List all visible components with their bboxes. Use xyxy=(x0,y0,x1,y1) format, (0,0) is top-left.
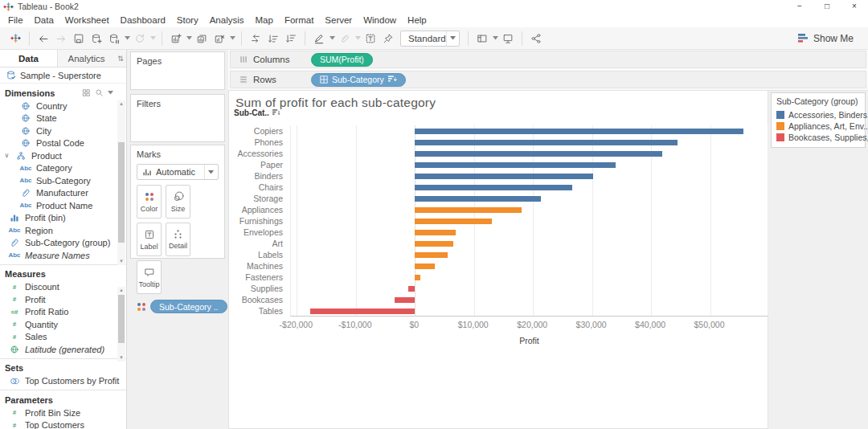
field-profit-ratio[interactable]: =#Profit Ratio xyxy=(0,306,126,319)
presentation-mode-icon[interactable] xyxy=(499,30,517,47)
save-icon[interactable] xyxy=(70,30,88,47)
category-label-accessories[interactable]: Accessories xyxy=(230,148,287,159)
category-label-supplies[interactable]: Supplies xyxy=(230,283,287,294)
tab-analytics[interactable]: Analytics xyxy=(57,50,115,67)
category-label-phones[interactable]: Phones xyxy=(230,137,287,148)
bar-chairs[interactable] xyxy=(415,185,571,190)
legend-entry[interactable]: Accessories, Binders.. xyxy=(776,109,865,121)
color-button[interactable]: Color xyxy=(137,185,162,219)
datasource-row[interactable]: Sample - Superstore xyxy=(0,67,126,84)
clear-sheet-icon[interactable] xyxy=(211,30,228,47)
bar-furnishings[interactable] xyxy=(415,219,492,224)
field-postal-code[interactable]: Postal Code xyxy=(0,137,126,150)
field-discount[interactable]: #Discount xyxy=(0,281,126,294)
tooltip-button[interactable]: Tooltip xyxy=(137,260,162,294)
fit-selector-caret-icon[interactable] xyxy=(446,31,459,46)
field-category[interactable]: AbcCategory xyxy=(0,162,126,175)
field-top-customers-by-profit[interactable]: Top Customers by Profit xyxy=(0,375,126,388)
field-profit-bin-size[interactable]: #Profit Bin Size xyxy=(0,407,126,419)
clear-sheet-caret-icon[interactable] xyxy=(228,36,236,40)
menu-item-window[interactable]: Window xyxy=(358,13,402,27)
field-sales[interactable]: #Sales xyxy=(0,331,126,344)
field-state[interactable]: State xyxy=(0,112,126,125)
rows-shelf[interactable]: Rows Sub-Category xyxy=(230,71,866,88)
category-label-chairs[interactable]: Chairs xyxy=(230,182,287,193)
search-fields-icon[interactable] xyxy=(95,88,104,97)
field-city[interactable]: City xyxy=(0,125,126,137)
filters-card[interactable]: Filters xyxy=(130,94,225,142)
field-sub-category[interactable]: AbcSub-Category xyxy=(0,174,126,187)
bar-labels[interactable] xyxy=(415,252,448,258)
field-product[interactable]: ∨Product xyxy=(0,149,126,162)
bar-binders[interactable] xyxy=(415,174,593,179)
legend-entry[interactable]: Appliances, Art, Env.. xyxy=(776,121,865,132)
field-region[interactable]: AbcRegion xyxy=(0,224,126,237)
bar-phones[interactable] xyxy=(415,140,678,145)
add-datasource-icon[interactable] xyxy=(88,30,105,47)
pause-updates-icon[interactable] xyxy=(105,30,123,47)
bar-appliances[interactable] xyxy=(415,207,522,213)
field-measure-names[interactable]: AbcMeasure Names xyxy=(0,249,126,262)
show-hide-cards-icon[interactable] xyxy=(473,30,491,47)
dimensions-scrollbar[interactable]: ▲ ▼ xyxy=(117,100,125,265)
expand-caret-icon[interactable]: ∨ xyxy=(3,152,10,159)
row-field-header[interactable]: Sub-Cat.. xyxy=(234,108,280,117)
label-button[interactable]: Label xyxy=(137,223,162,256)
columns-pill-sum-profit[interactable]: SUM(Profit) xyxy=(311,53,373,67)
category-label-copiers[interactable]: Copiers xyxy=(230,125,287,137)
menu-item-map[interactable]: Map xyxy=(250,13,279,27)
category-label-bookcases[interactable]: Bookcases xyxy=(230,294,287,305)
menu-item-dashboard[interactable]: Dashboard xyxy=(115,13,171,27)
menu-item-data[interactable]: Data xyxy=(29,13,59,27)
pages-card[interactable]: Pages xyxy=(130,51,225,90)
bar-art[interactable] xyxy=(415,241,453,247)
menu-item-server[interactable]: Server xyxy=(319,13,358,27)
mark-type-select[interactable]: Automatic xyxy=(137,164,219,180)
bar-storage[interactable] xyxy=(415,196,540,202)
color-legend-card[interactable]: Sub-Category (group) Accessories, Binder… xyxy=(771,92,866,148)
field-profit[interactable]: #Profit xyxy=(0,293,126,306)
show-mark-labels-icon[interactable] xyxy=(362,30,379,47)
fix-axes-icon[interactable] xyxy=(379,30,397,47)
sort-ascending-icon[interactable] xyxy=(264,30,282,47)
new-worksheet-caret-icon[interactable] xyxy=(185,36,193,40)
marks-pill[interactable]: Sub-Category .. xyxy=(150,300,227,313)
refresh-icon[interactable] xyxy=(131,30,149,47)
tableau-home-icon[interactable] xyxy=(6,30,24,47)
new-worksheet-icon[interactable] xyxy=(167,30,185,47)
rows-pill-sub-category[interactable]: Sub-Category xyxy=(311,73,406,87)
menu-item-format[interactable]: Format xyxy=(279,13,319,27)
bar-fasteners[interactable] xyxy=(415,275,420,280)
redo-icon[interactable] xyxy=(52,30,70,47)
category-label-tables[interactable]: Tables xyxy=(230,305,287,317)
close-button[interactable]: × xyxy=(841,0,868,13)
field-sub-category-group-[interactable]: Sub-Category (group) xyxy=(0,237,126,250)
category-label-art[interactable]: Art xyxy=(230,238,287,249)
maximize-button[interactable]: □ xyxy=(813,0,841,13)
category-label-binders[interactable]: Binders xyxy=(230,170,287,182)
category-label-storage[interactable]: Storage xyxy=(230,193,287,204)
show-hide-cards-caret-icon[interactable] xyxy=(491,36,499,40)
duplicate-sheet-icon[interactable] xyxy=(193,30,211,47)
fields-menu-caret-icon[interactable] xyxy=(108,91,113,95)
bar-paper[interactable] xyxy=(415,162,616,168)
field-profit-bin-[interactable]: Profit (bin) xyxy=(0,212,126,225)
header-sort-descending-icon[interactable] xyxy=(272,109,280,116)
group-members-caret-icon[interactable] xyxy=(354,36,362,40)
fit-selector[interactable]: Standard xyxy=(400,31,460,47)
field-manufacturer[interactable]: Manufacturer xyxy=(0,187,126,200)
category-label-machines[interactable]: Machines xyxy=(230,260,287,272)
legend-entry[interactable]: Bookcases, Supplies,.. xyxy=(776,132,865,143)
field-latitude-generated-[interactable]: Latitude (generated) xyxy=(0,343,126,356)
menu-item-analysis[interactable]: Analysis xyxy=(204,13,250,27)
pause-updates-caret-icon[interactable] xyxy=(123,36,131,40)
show-me-button[interactable]: Show Me xyxy=(797,33,854,44)
group-members-icon[interactable] xyxy=(336,30,354,47)
field-product-name[interactable]: AbcProduct Name xyxy=(0,199,126,212)
field-quantity[interactable]: #Quantity xyxy=(0,318,126,331)
category-label-furnishings[interactable]: Furnishings xyxy=(230,215,287,227)
mark-type-caret-icon[interactable] xyxy=(204,165,214,179)
menu-item-help[interactable]: Help xyxy=(402,13,432,27)
category-label-fasteners[interactable]: Fasteners xyxy=(230,272,287,283)
menu-item-worksheet[interactable]: Worksheet xyxy=(59,13,115,27)
